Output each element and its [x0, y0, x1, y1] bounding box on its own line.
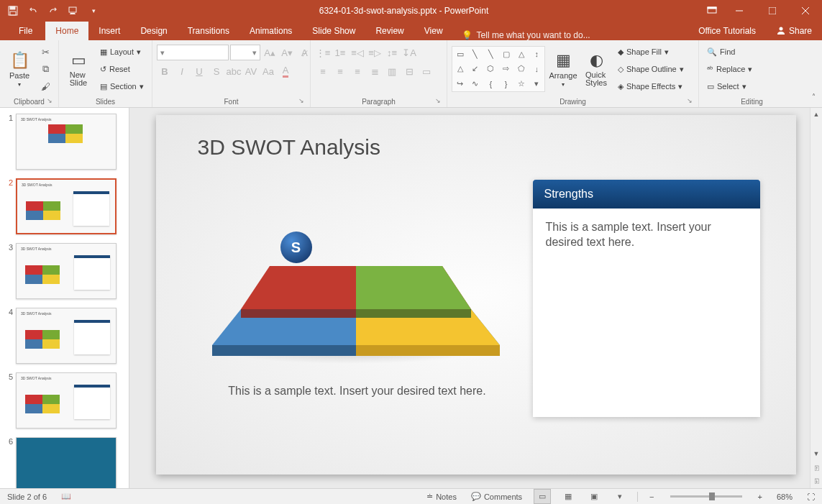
slide-caption[interactable]: This is a sample text. Insert your desir… [221, 384, 494, 399]
swot-3d-graphic[interactable] [212, 223, 500, 367]
save-button[interactable] [4, 2, 22, 19]
tab-view[interactable]: View [414, 22, 453, 40]
paste-button[interactable]: 📋 Paste ▾ [4, 45, 35, 93]
vertical-scrollbar[interactable]: ▲ ▼ ⍐ ⍗ [810, 108, 822, 488]
zoom-slider[interactable] [670, 495, 742, 498]
zoom-slider-thumb[interactable] [709, 492, 715, 500]
shadow-button[interactable]: abc [226, 63, 242, 79]
font-launcher[interactable]: ↘ [297, 97, 306, 106]
font-size-combo[interactable]: ▾ [230, 45, 260, 60]
line-spacing-button[interactable]: ↕≡ [384, 45, 400, 60]
normal-view-button[interactable]: ▭ [534, 489, 551, 504]
panel-body[interactable]: This is a sample text. Insert your desir… [533, 209, 760, 262]
zoom-out-button[interactable]: − [647, 489, 657, 504]
shape-outline-button[interactable]: ◇Shape Outline ▾ [614, 61, 688, 77]
dec-indent-button[interactable]: ≡◁ [350, 45, 365, 60]
align-right-button[interactable]: ≡ [350, 63, 365, 79]
tell-me-search[interactable]: 💡 Tell me what you want to do... [453, 30, 599, 40]
prev-slide-button[interactable]: ⍐ [810, 462, 822, 474]
shape-effects-button[interactable]: ◈Shape Effects ▾ [614, 78, 688, 94]
tab-transitions[interactable]: Transitions [178, 22, 239, 40]
tab-insert[interactable]: Insert [88, 22, 130, 40]
underline-button[interactable]: U [191, 63, 207, 79]
arrange-button[interactable]: ▦ Arrange▾ [548, 45, 578, 93]
shapes-gallery[interactable]: ▭╲╲▢△↕ △↙⬡⇨⬠↓ ↪∿{}☆▾ [452, 46, 545, 92]
drawing-launcher[interactable]: ↘ [685, 97, 694, 106]
find-button[interactable]: 🔍Find [703, 44, 756, 60]
zoom-in-button[interactable]: + [755, 489, 765, 504]
strength-pin[interactable]: S [280, 232, 312, 263]
paragraph-launcher[interactable]: ↘ [434, 97, 442, 106]
select-button[interactable]: ▭Select ▾ [703, 78, 756, 94]
redo-button[interactable] [45, 2, 62, 19]
slide-canvas[interactable]: 3D SWOT Analysis S This is a sample t [156, 115, 796, 475]
reset-button[interactable]: ↺Reset [96, 61, 147, 77]
italic-button[interactable]: I [174, 63, 190, 79]
notes-button[interactable]: ≐Notes [424, 489, 460, 504]
next-slide-button[interactable]: ⍗ [810, 475, 822, 487]
slideshow-view-button[interactable]: ▾ [611, 489, 629, 504]
slide-indicator[interactable]: Slide 2 of 6 [4, 489, 50, 504]
tab-animations[interactable]: Animations [239, 22, 302, 40]
numbering-button[interactable]: 1≡ [332, 45, 348, 60]
bullets-button[interactable]: ⋮≡ [315, 45, 331, 60]
comments-button[interactable]: 💬Comments [468, 489, 525, 504]
thumbnail-5[interactable]: 53D SWOT Analysis [0, 367, 129, 431]
tab-design[interactable]: Design [130, 22, 177, 40]
maximize-button[interactable] [756, 0, 789, 22]
share-button[interactable]: Share [766, 22, 822, 40]
shape-fill-button[interactable]: ◆Shape Fill ▾ [614, 44, 688, 60]
thumbnail-3[interactable]: 33D SWOT Analysis [0, 237, 129, 302]
slide-thumbnails-pane[interactable]: 13D SWOT Analysis 23D SWOT Analysis 33D … [0, 108, 129, 488]
section-button[interactable]: ▤Section ▾ [96, 78, 147, 94]
align-text-button[interactable]: ⊟ [401, 63, 417, 79]
minimize-button[interactable] [723, 0, 756, 22]
tab-file[interactable]: File [6, 22, 45, 40]
start-from-beginning-button[interactable] [65, 2, 82, 19]
smartart-button[interactable]: ▭ [419, 63, 434, 79]
new-slide-button[interactable]: ▭ New Slide [63, 45, 93, 93]
slide-editor[interactable]: 3D SWOT Analysis S This is a sample t [129, 108, 822, 488]
qat-customize-button[interactable]: ▾ [85, 2, 102, 19]
display-options-button[interactable] [701, 0, 723, 22]
close-button[interactable] [789, 0, 822, 22]
clear-formatting-button[interactable]: A̷ [296, 45, 312, 60]
spacing-button[interactable]: AV [243, 63, 259, 79]
font-name-combo[interactable]: ▾ [157, 45, 229, 60]
layout-button[interactable]: ▦Layout ▾ [96, 44, 147, 60]
justify-button[interactable]: ≣ [367, 63, 383, 79]
scroll-down-button[interactable]: ▼ [810, 447, 822, 459]
panel-title[interactable]: Strengths [533, 180, 760, 209]
quick-styles-button[interactable]: ◐ Quick Styles [581, 45, 611, 93]
undo-button[interactable] [24, 2, 42, 19]
slide-title[interactable]: 3D SWOT Analysis [198, 135, 381, 160]
thumbnail-4[interactable]: 43D SWOT Analysis [0, 302, 129, 367]
thumbnail-2[interactable]: 23D SWOT Analysis [0, 173, 129, 237]
strengths-panel[interactable]: Strengths This is a sample text. Insert … [533, 180, 760, 417]
tab-slideshow[interactable]: Slide Show [302, 22, 365, 40]
collapse-ribbon-button[interactable]: ˄ [805, 88, 821, 104]
decrease-font-button[interactable]: A▾ [279, 45, 295, 60]
text-direction-button[interactable]: ↧A [401, 45, 417, 60]
align-left-button[interactable]: ≡ [315, 63, 331, 79]
tab-home[interactable]: Home [45, 22, 88, 40]
inc-indent-button[interactable]: ≡▷ [367, 45, 383, 60]
zoom-level[interactable]: 68% [774, 489, 795, 504]
tab-review[interactable]: Review [365, 22, 414, 40]
spellcheck-button[interactable]: 📖 [58, 489, 74, 504]
office-tutorials[interactable]: Office Tutorials [688, 22, 766, 40]
font-color-button[interactable]: A [278, 63, 293, 79]
replace-button[interactable]: ᵃᵇReplace ▾ [703, 61, 756, 77]
cut-button[interactable]: ✂ [37, 44, 53, 60]
bold-button[interactable]: B [157, 63, 173, 79]
case-button[interactable]: Aa [260, 63, 276, 79]
clipboard-launcher[interactable]: ↘ [45, 97, 54, 106]
format-painter-button[interactable]: 🖌 [37, 78, 53, 94]
strike-button[interactable]: S [209, 63, 224, 79]
fit-to-window-button[interactable]: ⛶ [804, 489, 818, 504]
copy-button[interactable]: ⧉ [37, 61, 53, 77]
align-center-button[interactable]: ≡ [332, 63, 348, 79]
thumbnail-1[interactable]: 13D SWOT Analysis [0, 108, 129, 173]
increase-font-button[interactable]: A▴ [262, 45, 278, 60]
reading-view-button[interactable]: ▣ [585, 489, 603, 504]
